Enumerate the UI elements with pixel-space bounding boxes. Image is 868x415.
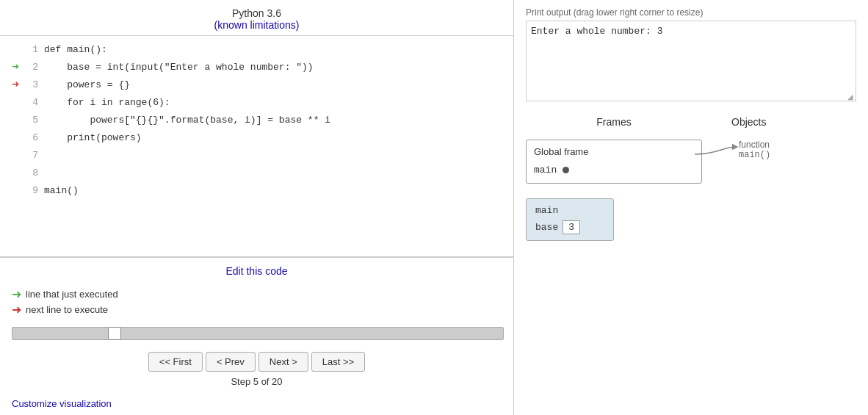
left-panel: Python 3.6 (known limitations) 1def main…	[0, 0, 514, 415]
next-button[interactable]: Next >	[258, 352, 308, 372]
code-line-5: 5 powers["{}{}".format(base, i)] = base …	[0, 111, 513, 129]
resize-handle-icon[interactable]: ◢	[847, 93, 855, 100]
code-line-4: 4 for i in range(6):	[0, 93, 513, 111]
legend-area: ➜ line that just executed ➜ next line to…	[0, 283, 513, 322]
prev-button[interactable]: < Prev	[206, 352, 256, 372]
line-code-5: powers["{}{}".format(base, i)] = base **…	[44, 115, 330, 126]
output-label: Print output (drag lower right corner to…	[526, 7, 856, 18]
line-arrow-3: ➜	[0, 77, 22, 92]
global-var-name: main	[534, 165, 557, 176]
first-button[interactable]: << First	[148, 352, 203, 372]
code-line-7: 7	[0, 146, 513, 164]
main-frame-val: 3	[563, 220, 580, 234]
main-frame-title: main	[535, 205, 604, 216]
code-line-6: 6 print(powers)	[0, 129, 513, 146]
output-content: Enter a whole number: 3	[531, 26, 662, 37]
red-legend-label: next line to execute	[26, 304, 108, 315]
frames-header: Frames	[526, 116, 702, 128]
line-num-5: 5	[22, 115, 44, 126]
code-line-8: 8	[0, 164, 513, 181]
objects-header: Objects	[731, 116, 856, 128]
function-object: function main()	[739, 140, 856, 160]
main-container: Python 3.6 (known limitations) 1def main…	[0, 0, 868, 415]
line-num-1: 1	[22, 44, 44, 55]
edit-code-link[interactable]: Edit this code	[225, 265, 287, 277]
objects-section: Objects function main()	[702, 116, 856, 241]
frames-objects-wrapper: Frames Global frame main main base 3	[526, 116, 856, 241]
arrow-svg	[614, 132, 731, 169]
line-num-7: 7	[22, 150, 44, 161]
progress-slider[interactable]	[12, 327, 504, 340]
slider-area	[0, 322, 513, 349]
line-code-1: def main():	[44, 44, 107, 55]
last-button[interactable]: Last >>	[311, 352, 365, 372]
line-num-6: 6	[22, 132, 44, 143]
known-limitations-link[interactable]: (known limitations)	[214, 19, 300, 31]
line-num-3: 3	[22, 79, 44, 90]
edit-link-area: Edit this code	[0, 257, 513, 283]
main-frame-var: base	[535, 222, 558, 233]
slider-thumb[interactable]	[108, 327, 121, 340]
line-num-4: 4	[22, 97, 44, 108]
button-row: << First < Prev Next > Last >>	[148, 352, 365, 372]
line-arrow-2: ➜	[0, 59, 22, 74]
step-info: Step 5 of 20	[231, 376, 282, 387]
code-area: 1def main():➜2 base = int(input("Enter a…	[0, 36, 513, 256]
line-code-3: powers = {}	[44, 79, 130, 90]
python-header: Python 3.6 (known limitations)	[0, 0, 513, 35]
objects-area: function main()	[731, 140, 856, 160]
line-code-6: print(powers)	[44, 132, 142, 143]
right-panel: Print output (drag lower right corner to…	[514, 0, 868, 415]
line-code-9: main()	[44, 185, 79, 196]
green-arrow-icon: ➜	[12, 287, 21, 301]
legend-green-item: ➜ line that just executed	[12, 287, 502, 301]
line-num-8: 8	[22, 167, 44, 178]
green-legend-label: line that just executed	[26, 289, 118, 300]
customize-visualization-link[interactable]: Customize visualization	[12, 398, 112, 409]
global-var-dot	[563, 167, 569, 173]
function-type: function	[739, 140, 856, 150]
legend-red-item: ➜ next line to execute	[12, 303, 502, 317]
main-frame-box: main base 3	[526, 198, 614, 241]
line-code-2: base = int(input("Enter a whole number: …	[44, 62, 314, 73]
line-num-9: 9	[22, 185, 44, 196]
customize-link-area: Customize visualization	[0, 393, 513, 415]
code-line-9: 9main()	[0, 181, 513, 199]
python-title: Python 3.6	[0, 7, 513, 19]
red-arrow-icon: ➜	[12, 303, 21, 317]
function-name: main()	[739, 150, 856, 160]
line-num-2: 2	[22, 62, 44, 73]
code-line-3: ➜3 powers = {}	[0, 76, 513, 93]
code-line-2: ➜2 base = int(input("Enter a whole numbe…	[0, 58, 513, 76]
line-code-4: for i in range(6):	[44, 97, 170, 108]
code-line-1: 1def main():	[0, 40, 513, 58]
controls-area: << First < Prev Next > Last >> Step 5 of…	[0, 349, 513, 393]
output-box: Enter a whole number: 3	[526, 21, 856, 101]
main-frame-row: base 3	[535, 220, 604, 234]
